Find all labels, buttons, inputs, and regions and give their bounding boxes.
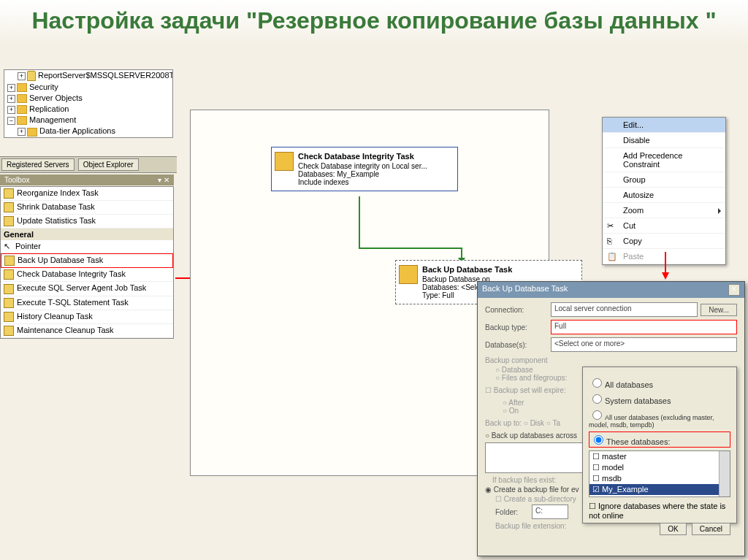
folder-icon — [17, 105, 27, 114]
chk-ignore-offline[interactable]: ☐ Ignore databases where the state is no… — [589, 502, 730, 520]
task-title: Back Up Database Task — [422, 265, 576, 274]
slide-title: Настройка задачи "Резервное копирование … — [0, 0, 748, 45]
backup-type-label: Backup type: — [485, 323, 551, 331]
db-item[interactable]: ☐ model — [589, 462, 730, 473]
radio-all-databases[interactable]: All databases — [589, 376, 730, 389]
ctx-zoom[interactable]: Zoom — [603, 203, 725, 218]
new-connection-button[interactable]: New... — [701, 304, 737, 316]
folder-icon — [17, 116, 27, 125]
tree-item[interactable]: −Management — [4, 115, 172, 126]
ctx-paste[interactable]: 📋Paste — [603, 249, 725, 264]
expand-icon[interactable]: + — [7, 95, 15, 103]
collapse-icon[interactable]: − — [7, 117, 15, 125]
folder-icon — [27, 128, 37, 137]
tree-item[interactable]: +Replication — [4, 104, 172, 115]
ctx-copy[interactable]: ⎘Copy — [603, 234, 725, 249]
context-menu[interactable]: Edit... Disable Add Precedence Constrain… — [602, 117, 726, 265]
toolbox-header: Toolbox ▾ ✕ — [0, 174, 174, 185]
ctx-edit[interactable]: Edit... — [603, 118, 725, 133]
explorer-tabs: Registered Servers Object Explorer — [0, 156, 177, 173]
database-selector-popup[interactable]: All databases System databases All user … — [582, 367, 737, 523]
task-detail: Include indexes — [298, 178, 451, 186]
db-item[interactable]: ☐ master — [589, 451, 730, 462]
tree-item[interactable]: +ReportServer$MSSQLSERVER2008Tem — [4, 70, 172, 82]
tab-object-explorer[interactable]: Object Explorer — [78, 158, 139, 171]
task-icon — [4, 284, 14, 294]
tree-item[interactable]: +Data-tier Applications — [4, 126, 172, 137]
ctx-autosize[interactable]: Autosize — [603, 188, 725, 203]
dialog-titlebar: Back Up Database Task ✕ — [478, 282, 744, 298]
task-icon — [4, 216, 14, 226]
task-icon — [4, 202, 14, 212]
tree-item[interactable]: +Server Objects — [4, 93, 172, 104]
connection-dropdown[interactable]: Local server connection — [551, 302, 698, 317]
radio-user-databases[interactable]: All user databases (excluding master, mo… — [589, 408, 730, 429]
integrity-task-icon — [275, 152, 294, 171]
scrollbar[interactable] — [719, 451, 730, 496]
toolbox-item[interactable]: Check Database Integrity Task — [1, 268, 173, 282]
db-item[interactable]: ☐ msdb — [589, 473, 730, 484]
toolbox-item[interactable]: Maintenance Cleanup Task — [1, 324, 173, 338]
cancel-button[interactable]: Cancel — [692, 523, 730, 535]
tab-registered-servers[interactable]: Registered Servers — [1, 158, 75, 171]
expand-icon[interactable]: + — [7, 106, 15, 114]
backup-type-dropdown[interactable]: Full — [551, 320, 737, 334]
connection-label: Connection: — [485, 306, 551, 314]
expand-icon[interactable]: + — [7, 84, 15, 92]
ctx-group[interactable]: Group — [603, 172, 725, 188]
toolbox-item[interactable]: Shrink Database Task — [1, 201, 173, 215]
ok-button[interactable]: OK — [660, 523, 686, 535]
folder-input[interactable]: C: — [532, 505, 568, 519]
ctx-add-precedence[interactable]: Add Precedence Constraint — [603, 148, 725, 172]
toolbox-item-backup-db[interactable]: Back Up Database Task — [1, 253, 173, 268]
close-icon[interactable]: ✕ — [728, 284, 740, 296]
toolbox-item[interactable]: Execute SQL Server Agent Job Task — [1, 282, 173, 296]
toolbox-item[interactable]: Execute T-SQL Statement Task — [1, 296, 173, 310]
task-detail: Databases: My_Example — [298, 170, 451, 178]
submenu-arrow-icon — [718, 208, 721, 214]
toolbox-panel: Reorganize Index Task Shrink Database Ta… — [0, 186, 174, 339]
dialog-title: Back Up Database Task — [482, 284, 568, 296]
task-icon — [4, 312, 14, 322]
task-detail: Check Database integrity on Local ser... — [298, 162, 451, 170]
task-icon — [4, 256, 15, 266]
folder-label: Folder: — [495, 508, 532, 516]
toolbox-item[interactable]: History Cleanup Task — [1, 310, 173, 324]
object-explorer-tree[interactable]: +ReportServer$MSSQLSERVER2008Tem +Securi… — [4, 69, 173, 138]
flow-connector — [359, 196, 360, 248]
radio-system-databases[interactable]: System databases — [589, 392, 730, 405]
flow-connector — [359, 248, 461, 249]
task-icon — [4, 298, 14, 308]
cut-icon: ✂ — [607, 221, 617, 231]
flow-connector-arrow — [461, 248, 462, 258]
db-item-selected[interactable]: ☑ My_Example — [589, 484, 730, 495]
databases-dropdown[interactable]: <Select one or more> — [551, 337, 737, 352]
expand-icon[interactable]: + — [18, 128, 26, 136]
radio-these-databases[interactable]: These databases: — [589, 431, 730, 448]
task-icon — [4, 188, 14, 199]
copy-icon: ⎘ — [607, 237, 617, 247]
annotation-arrow-down — [665, 252, 666, 274]
toolbox-item[interactable]: Reorganize Index Task — [1, 187, 173, 201]
toolbox-item[interactable]: Update Statistics Task — [1, 215, 173, 229]
database-icon — [27, 71, 36, 81]
toolbox-item-pointer[interactable]: ↖Pointer — [1, 240, 173, 253]
task-title: Check Database Integrity Task — [298, 152, 451, 161]
tree-item[interactable]: +Security — [4, 82, 172, 93]
ctx-cut[interactable]: ✂Cut — [603, 218, 725, 234]
database-checklist[interactable]: ☐ master ☐ model ☐ msdb ☑ My_Example — [589, 450, 730, 497]
backup-task-icon — [399, 265, 418, 284]
paste-icon: 📋 — [607, 252, 617, 262]
backup-component-label: Backup component — [485, 356, 737, 364]
task-icon — [4, 326, 14, 336]
databases-label: Database(s): — [485, 341, 551, 349]
toolbox-category-general[interactable]: General — [1, 229, 173, 240]
task-check-integrity[interactable]: Check Database Integrity Task Check Data… — [271, 147, 458, 191]
expand-icon[interactable]: + — [18, 72, 26, 80]
ctx-disable[interactable]: Disable — [603, 133, 725, 148]
folder-icon — [17, 94, 27, 103]
folder-icon — [17, 83, 27, 92]
task-icon — [4, 269, 14, 280]
